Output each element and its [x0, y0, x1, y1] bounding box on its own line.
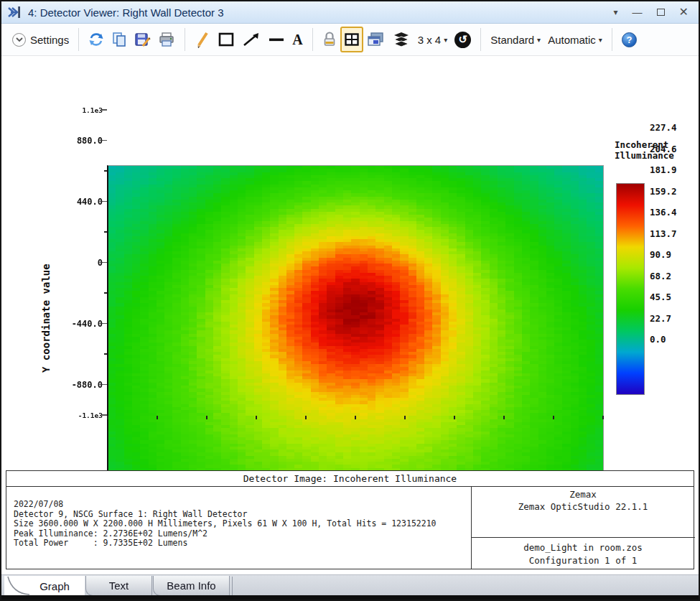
- y-tick-label: 440.0: [58, 197, 103, 207]
- footer-info-box: Detector Image: Incoherent Illuminance 2…: [6, 470, 694, 569]
- x-tickmark: [157, 416, 158, 419]
- y-tick-label: -880.0: [58, 380, 103, 390]
- footer-line: Zemax OpticStudio 22.1.1: [472, 500, 694, 513]
- annotate-pencil-button[interactable]: [191, 27, 214, 52]
- grid-config-dropdown[interactable]: 3 x 4 ▾: [414, 27, 452, 52]
- copy-button[interactable]: [108, 27, 131, 52]
- maximize-button[interactable]: [657, 9, 665, 16]
- tab-label: Graph: [39, 580, 70, 592]
- arrow-tool-button[interactable]: [238, 27, 264, 52]
- chevron-down-icon: [12, 33, 26, 47]
- chevron-down-icon: ▾: [444, 36, 447, 44]
- toolbar-separator: [185, 28, 185, 51]
- help-icon: ?: [622, 32, 637, 47]
- auto-refresh-button[interactable]: ↺: [451, 27, 475, 52]
- tab-graph[interactable]: Graph: [4, 576, 85, 596]
- y-tick-label: -440.0: [58, 319, 103, 329]
- y-tick-label: 0: [58, 258, 103, 268]
- x-tickmark: [454, 416, 455, 419]
- minimize-button[interactable]: —: [633, 7, 643, 17]
- copy-icon: [111, 32, 127, 47]
- line-icon: [268, 32, 285, 47]
- refresh-icon: [88, 32, 104, 47]
- x-tickmark: [553, 416, 554, 419]
- window-bottom-frame: [0, 595, 700, 601]
- lock-icon: [322, 31, 337, 48]
- rotate-clock-icon: ↺: [454, 32, 471, 48]
- automatic-dropdown[interactable]: Automatic ▾: [544, 27, 606, 52]
- footer-detector-details: 2022/07/08Detector 9, NSCG Surface 1: Ri…: [14, 500, 437, 549]
- y-tickmark: [102, 323, 107, 325]
- colorbar-tick-label: 227.4: [650, 122, 677, 133]
- tab-label: Text: [109, 579, 129, 592]
- footer-divider-horizontal: [471, 537, 695, 538]
- footer-line: Size 3600.000 W X 2200.000 H Millimeters…: [14, 519, 437, 529]
- cascade-windows-button[interactable]: [363, 27, 388, 52]
- single-window-view-button[interactable]: [340, 27, 363, 52]
- y-minor-tickmark: [104, 231, 107, 233]
- arrow-icon: [242, 32, 261, 47]
- print-icon: [158, 32, 175, 47]
- colorbar-tick-label: 204.6: [650, 144, 677, 154]
- y-tickmark: [102, 201, 107, 202]
- colorbar-tick-label: 181.9: [650, 164, 677, 175]
- footer-line: Configuration 1 of 1: [472, 554, 694, 567]
- footer-line: 2022/07/08: [14, 500, 437, 510]
- grid-config-label: 3 x 4: [418, 34, 442, 46]
- colorbar-tick-label: 22.7: [650, 313, 671, 324]
- x-tickmark: [206, 416, 207, 419]
- tab-beam-info[interactable]: Beam Info: [153, 576, 230, 596]
- text-tool-button[interactable]: A: [289, 27, 306, 52]
- save-button[interactable]: [131, 27, 154, 52]
- footer-line: Detector 9, NSCG Surface 1: Right Wall D…: [14, 510, 437, 520]
- x-tickmark: [107, 416, 108, 419]
- layers-button[interactable]: [388, 27, 414, 52]
- rectangle-tool-button[interactable]: [214, 27, 238, 52]
- chevron-down-icon: ▾: [537, 36, 541, 44]
- standard-dropdown[interactable]: Standard ▾: [487, 27, 544, 52]
- title-bar[interactable]: 4: Detector Viewer: Right Wall Detector …: [1, 1, 699, 24]
- colorbar-tick-label: 136.4: [650, 207, 677, 218]
- save-icon: [134, 32, 151, 47]
- pencil-icon: [195, 31, 210, 48]
- detector-heatmap[interactable]: [108, 166, 603, 471]
- toolbar-separator: [78, 28, 79, 51]
- window-menu-caret-icon[interactable]: ▾: [614, 8, 618, 17]
- print-button[interactable]: [154, 27, 179, 52]
- x-tickmark: [503, 416, 505, 419]
- y-tick-label: -1.1e3: [58, 411, 103, 419]
- y-tickmark: [102, 262, 107, 264]
- layers-icon: [392, 31, 411, 48]
- colorbar-tick-label: 0.0: [650, 334, 666, 345]
- y-tickmark: [102, 140, 107, 141]
- y-minor-tickmark: [104, 292, 107, 294]
- settings-label: Settings: [30, 34, 69, 46]
- detector-viewer-window: 4: Detector Viewer: Right Wall Detector …: [0, 0, 700, 601]
- footer-software-info: ZemaxZemax OpticStudio 22.1.1: [472, 488, 694, 513]
- toolbar-separator: [312, 28, 313, 51]
- standard-dropdown-label: Standard: [490, 34, 534, 46]
- help-button[interactable]: ?: [618, 27, 640, 52]
- line-tool-button[interactable]: [264, 27, 289, 52]
- tab-text[interactable]: Text: [85, 576, 152, 596]
- y-minor-tickmark: [104, 170, 107, 172]
- chevron-down-icon: ▾: [599, 36, 602, 44]
- cascade-windows-icon: [367, 32, 385, 47]
- y-tickmark: [102, 384, 107, 386]
- colorbar-tick-label: 68.2: [650, 271, 671, 281]
- settings-button[interactable]: Settings: [9, 27, 73, 52]
- close-button[interactable]: ✕: [679, 6, 689, 18]
- footer-line: demo_Light in room.zos: [472, 541, 694, 554]
- lock-button[interactable]: [319, 27, 340, 52]
- y-tick-label: 880.0: [58, 136, 103, 146]
- colorbar-tick-label: 45.5: [650, 292, 671, 302]
- colorbar-tick-label: 159.2: [650, 186, 677, 197]
- refresh-button[interactable]: [85, 27, 108, 52]
- x-tickmark: [355, 416, 356, 419]
- tab-separator: [232, 577, 233, 595]
- footer-file-info: demo_Light in room.zosConfiguration 1 of…: [472, 541, 694, 567]
- window-title: 4: Detector Viewer: Right Wall Detector …: [28, 6, 224, 19]
- rectangle-icon: [218, 32, 235, 47]
- toolbar: Settings: [1, 24, 699, 56]
- colorbar: [616, 183, 645, 395]
